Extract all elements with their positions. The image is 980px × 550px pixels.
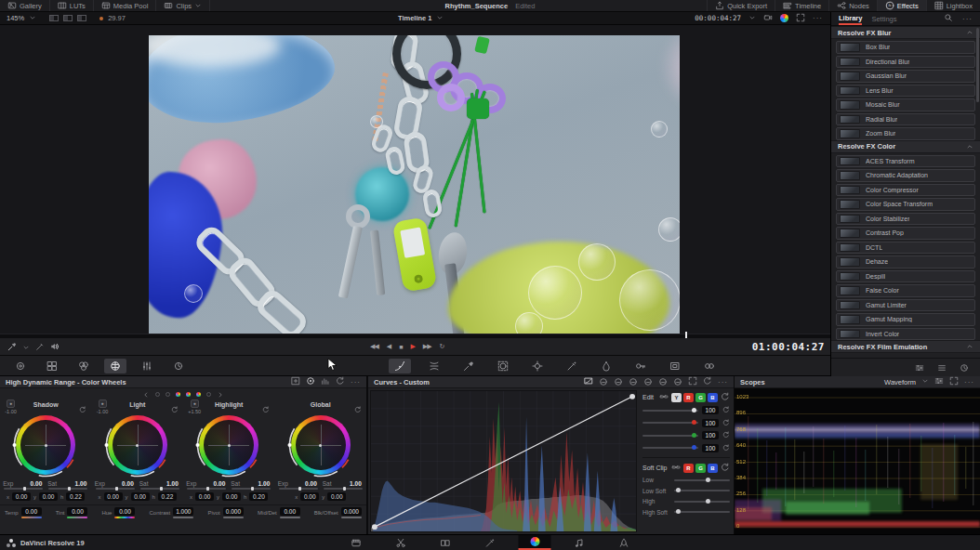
channel-r-button[interactable]: R xyxy=(683,393,694,402)
slider-track[interactable] xyxy=(642,422,698,424)
highlight-button[interactable] xyxy=(35,338,45,355)
reset-icon[interactable] xyxy=(721,463,730,473)
palette-color-wheels-button[interactable] xyxy=(73,359,95,373)
palette-camera-raw-button[interactable] xyxy=(9,359,32,373)
slider-track[interactable] xyxy=(642,410,698,412)
blk-offset-value-field[interactable]: 0.000 xyxy=(341,507,362,516)
x-value-field[interactable]: 0.00 xyxy=(12,492,31,501)
expand-icon[interactable] xyxy=(688,376,697,387)
fx-item-zoom-blur[interactable]: Zoom Blur xyxy=(836,127,975,140)
slider-track[interactable] xyxy=(642,447,698,449)
softclip-channel-r-button[interactable]: R xyxy=(683,464,694,473)
topbar-gallery-button[interactable]: Gallery xyxy=(0,0,50,11)
palette-warper-button[interactable] xyxy=(423,359,445,373)
contrast-value-field[interactable]: 1.000 xyxy=(173,507,193,516)
slider-thumb[interactable] xyxy=(692,408,696,412)
slider-value-field[interactable]: 100 xyxy=(702,431,719,439)
palette-stereo-button[interactable] xyxy=(698,359,721,373)
saturation-slider[interactable]: Sat1.00 xyxy=(323,477,364,491)
mute-button[interactable] xyxy=(50,338,60,355)
slider-track[interactable] xyxy=(642,435,698,437)
slider-track[interactable] xyxy=(21,517,42,518)
x-value-field[interactable]: 0.00 xyxy=(104,492,123,501)
palette-motion-button[interactable] xyxy=(167,359,190,373)
slider-track[interactable] xyxy=(341,517,362,518)
palette-color-match-button[interactable] xyxy=(41,359,63,373)
hdr-options-menu[interactable]: ··· xyxy=(351,378,361,386)
link-channels-icon[interactable] xyxy=(671,463,681,473)
fx-item-dehaze[interactable]: Dehaze xyxy=(836,255,975,268)
palette-tracker-button[interactable] xyxy=(526,359,549,373)
page-fairlight-button[interactable] xyxy=(563,535,596,550)
softclip-channel-b-button[interactable]: B xyxy=(708,464,718,473)
y-value-field[interactable]: 0.00 xyxy=(222,492,241,501)
channel-b-button[interactable]: B xyxy=(708,393,718,402)
fx-recent-button[interactable] xyxy=(960,360,969,376)
reset-icon[interactable] xyxy=(722,431,730,439)
palette-hdr-grade-button[interactable] xyxy=(104,359,126,373)
histogram-toggle-button[interactable] xyxy=(321,376,330,387)
h-value-field[interactable]: 0.22 xyxy=(158,492,177,501)
tab-library[interactable]: Library xyxy=(839,12,862,25)
fx-item-directional-blur[interactable]: Directional Blur xyxy=(836,56,975,69)
slider-value-field[interactable]: 100 xyxy=(702,406,719,414)
chevron-down-icon[interactable] xyxy=(29,14,36,23)
saturation-slider[interactable]: Sat1.00 xyxy=(231,477,271,491)
page-color-button[interactable] xyxy=(519,535,551,550)
clip-timecode[interactable]: 00:00:04:27 xyxy=(695,14,741,22)
global-color-wheel[interactable] xyxy=(291,415,351,475)
topbar-clips-button[interactable]: Clips xyxy=(156,0,210,11)
viewer-options-menu[interactable]: ··· xyxy=(813,14,823,22)
add-zone-button[interactable] xyxy=(291,376,300,387)
fx-item-gamut-limiter[interactable]: Gamut Limiter xyxy=(836,299,975,312)
x-value-field[interactable]: 0.00 xyxy=(195,492,214,501)
softclip-channel-g-button[interactable]: G xyxy=(695,464,706,473)
playhead-marker[interactable] xyxy=(685,332,687,338)
pager-dot-6[interactable] xyxy=(206,392,211,397)
fx-item-invert-color[interactable]: Invert Color xyxy=(836,328,975,341)
slider-track[interactable] xyxy=(674,479,730,481)
fx-section-header-resolve-fx-blur[interactable]: Resolve FX Blur xyxy=(831,26,980,39)
library-options-menu[interactable]: ··· xyxy=(962,15,973,23)
exposure-slider[interactable]: Exp0.00 xyxy=(186,477,227,491)
curve-graph[interactable] xyxy=(370,390,637,532)
palette-qualifier-button[interactable] xyxy=(457,359,480,373)
fx-item-chromatic-adaptation[interactable]: Chromatic Adaptation xyxy=(836,169,975,182)
slider-thumb[interactable] xyxy=(676,488,681,492)
palette-window-button[interactable] xyxy=(492,359,514,373)
fx-item-color-space-transform[interactable]: Color Space Transform xyxy=(836,198,975,211)
wheel-arc-sliders[interactable] xyxy=(104,412,171,478)
palette-mixer-button[interactable] xyxy=(136,359,158,373)
slider-thumb[interactable] xyxy=(692,445,696,450)
fx-item-false-color[interactable]: False Color xyxy=(836,284,975,297)
fx-item-mosaic-blur[interactable]: Mosaic Blur xyxy=(836,98,975,111)
pager-dot-5[interactable] xyxy=(196,392,201,397)
channel-g-button[interactable]: G xyxy=(695,393,706,402)
library-search-button[interactable] xyxy=(944,13,953,24)
hue-value-field[interactable]: 0.00 xyxy=(114,507,135,516)
curves-options-menu[interactable]: ··· xyxy=(718,378,728,386)
topbar-media-pool-button[interactable]: Media Pool xyxy=(94,0,157,11)
h-value-field[interactable]: 0.22 xyxy=(66,492,85,501)
zone-icon[interactable]: ● xyxy=(191,399,199,408)
highlight-color-wheel[interactable] xyxy=(199,415,258,475)
palette-key-button[interactable] xyxy=(629,359,652,373)
fx-list-view-button[interactable] xyxy=(937,360,947,376)
chevron-down-icon[interactable] xyxy=(748,14,756,23)
h-value-field[interactable]: 0.20 xyxy=(249,492,268,501)
y-value-field[interactable]: 0.00 xyxy=(131,492,150,501)
slider-thumb[interactable] xyxy=(692,433,696,438)
play-button[interactable]: ▶ xyxy=(410,343,414,350)
camera-icon[interactable] xyxy=(763,13,773,24)
picker-dropdown[interactable] xyxy=(22,338,30,355)
fx-section-header-resolve-fx-film-emulation[interactable]: Resolve FX Film Emulation xyxy=(831,340,980,353)
palette-curves-button[interactable] xyxy=(389,359,411,373)
topbar-luts-button[interactable]: LUTs xyxy=(50,0,94,11)
fx-item-aces-transform[interactable]: ACES Transform xyxy=(836,155,975,168)
y-value-field[interactable]: 0.00 xyxy=(39,492,58,501)
exposure-slider[interactable]: Exp0.00 xyxy=(3,477,44,491)
slider-thumb[interactable] xyxy=(692,420,696,425)
stop-button[interactable]: ■ xyxy=(399,344,402,350)
color-wheel-icon[interactable] xyxy=(780,14,788,22)
topbar-effects-button[interactable]: fxEffects xyxy=(877,0,926,11)
